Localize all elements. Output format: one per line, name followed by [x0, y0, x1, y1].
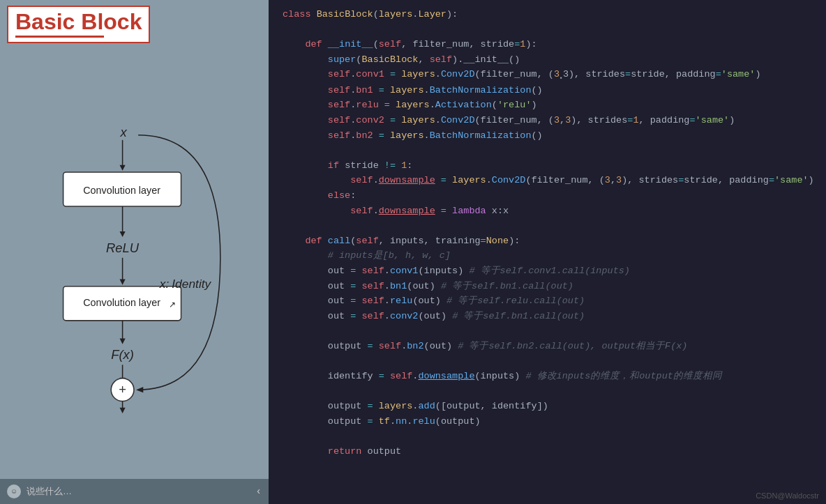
code-line-4: self.conv1 = layers.Conv2D(filter_num, (…: [283, 67, 812, 82]
code-line-1: class BasicBlock(layers.Layer):: [283, 7, 812, 22]
code-line-6: self.relu = layers.Activation('relu'): [283, 98, 812, 113]
code-line-21: output = layers.add([output, identify]): [283, 399, 812, 414]
svg-text:x: x: [119, 124, 127, 139]
bottom-bar: ☺ 说些什么… ‹: [0, 479, 269, 504]
svg-text:x:: x:: [158, 276, 169, 290]
title-text: Basic Block: [15, 10, 142, 34]
svg-text:Identity: Identity: [172, 276, 211, 290]
code-line-12: self.downsample = lambda x:x: [283, 204, 812, 219]
svg-text:F(x): F(x): [111, 347, 134, 362]
svg-marker-14: [119, 338, 125, 344]
title-box: Basic Block: [7, 6, 150, 43]
svg-marker-9: [119, 279, 125, 284]
code-line-3: super(BasicBlock, self).__init__(): [283, 52, 812, 68]
svg-text:ReLU: ReLU: [106, 240, 140, 254]
code-line-blank6: [283, 384, 812, 399]
user-icon: ☺: [7, 484, 21, 498]
svg-text:Convolution layer: Convolution layer: [83, 184, 160, 195]
code-line-5: self.bn1 = layers.BatchNormalization(): [283, 83, 812, 98]
code-line-16: out = self.bn1(out) # 等于self.bn1.call(ou…: [283, 279, 812, 294]
code-line-2: def __init__(self, filter_num, stride=1)…: [283, 37, 812, 52]
code-line-blank: [283, 22, 812, 38]
code-line-22: output = tf.nn.relu(output): [283, 414, 812, 429]
code-line-7: self.conv2 = layers.Conv2D(filter_num, (…: [283, 113, 812, 128]
code-line-11: else:: [283, 188, 812, 204]
code-line-19: output = self.bn2(out) # 等于self.bn2.call…: [283, 339, 812, 354]
svg-marker-22: [136, 387, 143, 392]
code-line-blank7: [283, 429, 812, 445]
code-line-blank8: [283, 459, 812, 475]
code-line-10: self.downsample = layers.Conv2D(filter_n…: [283, 173, 812, 188]
code-line-14: # inputs是[b, h, w, c]: [283, 248, 812, 264]
svg-text:↗: ↗: [169, 300, 176, 310]
svg-text:+: +: [119, 382, 126, 397]
code-line-8: self.bn2 = layers.BatchNormalization(): [283, 128, 812, 144]
code-line-blank4: [283, 323, 812, 339]
title-underline: [15, 36, 104, 38]
svg-text:Convolution layer: Convolution layer: [83, 297, 160, 308]
code-line-18: out = self.conv2(out) # 等于self.bn1.call(…: [283, 309, 812, 324]
svg-marker-2: [119, 165, 125, 170]
svg-marker-24: [119, 407, 125, 413]
left-panel: Basic Block x Convolution layer ReLU Con…: [0, 0, 269, 504]
code-line-9: if stride != 1:: [283, 158, 812, 174]
code-line-15: out = self.conv1(inputs) # 等于self.conv1.…: [283, 264, 812, 279]
watermark: CSDN@Waldocstr: [756, 491, 819, 500]
code-line-23: return output: [283, 444, 812, 459]
code-panel: class BasicBlock(layers.Layer): def __in…: [269, 0, 826, 504]
diagram-area: x Convolution layer ReLU Convolution lay…: [0, 50, 269, 479]
block-diagram: x Convolution layer ReLU Convolution lay…: [16, 115, 253, 415]
code-line-blank5: [283, 354, 812, 369]
code-line-blank2: [283, 143, 812, 158]
code-line-20: identify = self.downsample(inputs) # 修改i…: [283, 369, 812, 384]
code-line-17: out = self.relu(out) # 等于self.relu.call(…: [283, 293, 812, 309]
svg-marker-6: [119, 231, 125, 236]
code-content: class BasicBlock(layers.Layer): def __in…: [269, 7, 826, 474]
bottom-bar-text: 说些什么…: [27, 485, 72, 498]
code-line-13: def call(self, inputs, training=None):: [283, 234, 812, 249]
collapse-arrow-icon[interactable]: ‹: [256, 486, 262, 497]
code-line-blank3: [283, 218, 812, 234]
